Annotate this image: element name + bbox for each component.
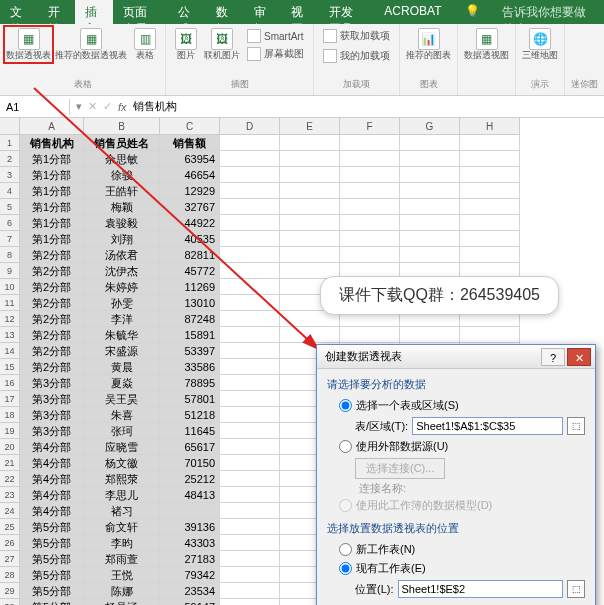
row-header[interactable]: 21 <box>0 455 20 471</box>
row-header[interactable]: 3 <box>0 167 20 183</box>
row-header[interactable]: 17 <box>0 391 20 407</box>
dialog-titlebar[interactable]: 创建数据透视表 ? ✕ <box>317 345 595 369</box>
cell[interactable]: 32767 <box>160 199 220 215</box>
cell[interactable]: 43303 <box>160 535 220 551</box>
cell[interactable] <box>460 247 520 263</box>
cell[interactable]: 第1分部 <box>20 199 84 215</box>
cell[interactable] <box>400 231 460 247</box>
cell[interactable] <box>220 327 280 343</box>
cell[interactable] <box>460 167 520 183</box>
cell[interactable] <box>400 167 460 183</box>
cell[interactable] <box>220 167 280 183</box>
cell[interactable]: 第4分部 <box>20 455 84 471</box>
menubar-tab-插入[interactable]: 插入 <box>75 0 113 24</box>
cell[interactable] <box>340 215 400 231</box>
select-all-corner[interactable] <box>0 118 20 135</box>
cell[interactable] <box>340 135 400 151</box>
cell[interactable]: 俞文轩 <box>84 519 160 535</box>
cell[interactable]: 第5分部 <box>20 519 84 535</box>
row-header[interactable]: 4 <box>0 183 20 199</box>
col-header[interactable]: A <box>20 118 84 135</box>
confirm-icon[interactable]: ✓ <box>103 100 112 113</box>
cell[interactable]: 27183 <box>160 551 220 567</box>
menubar-tab-开发工具[interactable]: 开发工具 <box>319 0 374 24</box>
cell[interactable]: 销售机构 <box>20 135 84 151</box>
formula-input[interactable]: 销售机构 <box>133 99 177 114</box>
cell[interactable] <box>220 407 280 423</box>
cell[interactable] <box>220 199 280 215</box>
cell[interactable] <box>280 135 340 151</box>
cell[interactable]: 王皓轩 <box>84 183 160 199</box>
cell[interactable]: 15891 <box>160 327 220 343</box>
cell[interactable] <box>220 247 280 263</box>
cell[interactable]: 45772 <box>160 263 220 279</box>
cell[interactable] <box>220 471 280 487</box>
ribbon-button[interactable]: 🖼图片 <box>172 28 200 61</box>
cell[interactable] <box>220 311 280 327</box>
cell[interactable]: 第5分部 <box>20 535 84 551</box>
cell[interactable] <box>280 231 340 247</box>
cell[interactable]: 第2分部 <box>20 343 84 359</box>
cell[interactable] <box>220 183 280 199</box>
row-header[interactable]: 26 <box>0 535 20 551</box>
cell[interactable]: 第5分部 <box>20 551 84 567</box>
cell[interactable]: 李昀 <box>84 535 160 551</box>
cell[interactable]: 23534 <box>160 583 220 599</box>
cell[interactable] <box>220 263 280 279</box>
cell[interactable] <box>220 279 280 295</box>
row-header[interactable]: 14 <box>0 343 20 359</box>
cell[interactable] <box>220 215 280 231</box>
col-header[interactable]: E <box>280 118 340 135</box>
cell[interactable] <box>220 135 280 151</box>
radio-existing-sheet[interactable]: 现有工作表(E) <box>327 559 585 578</box>
range-input[interactable] <box>412 417 563 435</box>
cell[interactable]: 40535 <box>160 231 220 247</box>
ribbon-small-button[interactable]: 我的加载项 <box>320 48 393 64</box>
cell[interactable]: 第2分部 <box>20 247 84 263</box>
ribbon-button[interactable]: ▦数据透视表 <box>6 28 51 61</box>
cell[interactable] <box>340 247 400 263</box>
cell[interactable]: 65617 <box>160 439 220 455</box>
row-header[interactable]: 16 <box>0 375 20 391</box>
cell[interactable]: 第4分部 <box>20 471 84 487</box>
cell[interactable]: 59147 <box>160 599 220 605</box>
row-header[interactable]: 11 <box>0 295 20 311</box>
3dmap-button[interactable]: 🌐三维地图 <box>522 28 558 61</box>
row-header[interactable]: 28 <box>0 567 20 583</box>
row-header[interactable]: 13 <box>0 327 20 343</box>
cell[interactable] <box>220 583 280 599</box>
cell[interactable]: 78895 <box>160 375 220 391</box>
location-picker-icon[interactable]: ⬚ <box>567 580 585 598</box>
cancel-icon[interactable]: ✕ <box>88 100 97 113</box>
cell[interactable]: 第2分部 <box>20 295 84 311</box>
cell[interactable] <box>220 519 280 535</box>
row-header[interactable]: 15 <box>0 359 20 375</box>
menubar-tab-页面布局[interactable]: 页面布局 <box>113 0 168 24</box>
cell[interactable] <box>400 327 460 343</box>
cell[interactable] <box>220 455 280 471</box>
cell[interactable] <box>340 199 400 215</box>
cell[interactable] <box>220 567 280 583</box>
cell[interactable]: 25212 <box>160 471 220 487</box>
range-picker-icon[interactable]: ⬚ <box>567 417 585 435</box>
cell[interactable]: 33586 <box>160 359 220 375</box>
col-header[interactable]: C <box>160 118 220 135</box>
cell[interactable] <box>280 199 340 215</box>
row-header[interactable]: 29 <box>0 583 20 599</box>
cell[interactable] <box>220 599 280 605</box>
radio-data-model[interactable]: 使用此工作簿的数据模型(D) <box>327 496 585 515</box>
row-header[interactable]: 19 <box>0 423 20 439</box>
cell[interactable]: 第4分部 <box>20 487 84 503</box>
cell[interactable]: 王悦 <box>84 567 160 583</box>
cell[interactable]: 第4分部 <box>20 503 84 519</box>
cell[interactable]: 第5分部 <box>20 599 84 605</box>
cell[interactable] <box>220 359 280 375</box>
cell[interactable] <box>460 231 520 247</box>
cell[interactable]: 11645 <box>160 423 220 439</box>
row-header[interactable]: 7 <box>0 231 20 247</box>
cell[interactable]: 70150 <box>160 455 220 471</box>
cell[interactable]: 第2分部 <box>20 359 84 375</box>
cell[interactable]: 44922 <box>160 215 220 231</box>
cell[interactable] <box>460 327 520 343</box>
cell[interactable]: 第1分部 <box>20 151 84 167</box>
